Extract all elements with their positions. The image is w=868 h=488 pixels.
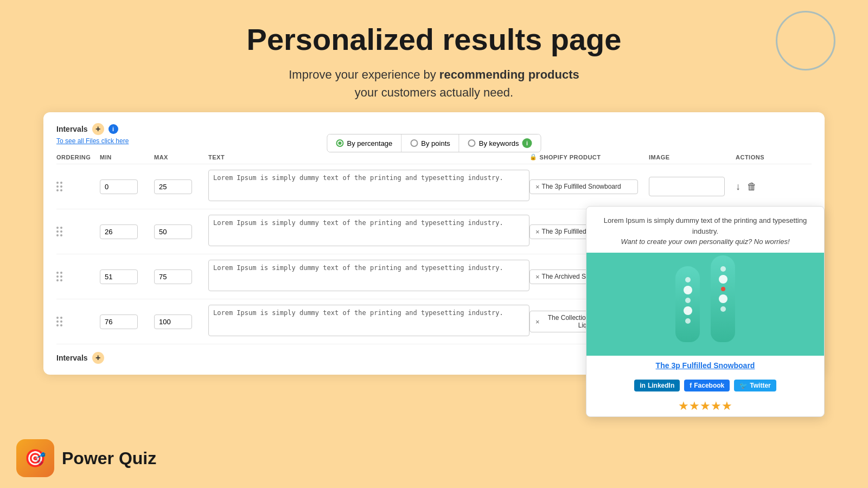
radio-dot-points xyxy=(410,139,418,147)
remove-product[interactable]: × xyxy=(535,318,540,326)
table-row: Lorem Ipsum is simply dummy text of the … xyxy=(56,164,812,209)
text-cell: Lorem Ipsum is simply dummy text of the … xyxy=(208,170,529,203)
radio-by-keywords[interactable]: By keywords i xyxy=(459,134,541,152)
max-cell xyxy=(154,224,208,239)
preview-text-line1: Lorem Ipsum is simply dummy text of the … xyxy=(604,216,807,235)
sb-dot-red xyxy=(721,287,725,291)
intervals-header: Intervals + i xyxy=(56,123,812,135)
lock-icon: 🔒 xyxy=(529,153,538,160)
max-input[interactable] xyxy=(154,224,192,239)
col-max: MAX xyxy=(154,153,208,160)
drag-handle[interactable] xyxy=(56,182,100,191)
text-input[interactable]: Lorem Ipsum is simply dummy text of the … xyxy=(208,215,529,246)
image-cell xyxy=(649,177,736,196)
min-cell xyxy=(100,179,154,194)
text-cell: Lorem Ipsum is simply dummy text of the … xyxy=(208,215,529,248)
add-interval-bottom-button[interactable]: + xyxy=(92,352,104,364)
sb-dot xyxy=(685,318,691,324)
product-cell: × The 3p Fulfilled Snowboard xyxy=(529,179,649,194)
min-input[interactable] xyxy=(100,179,138,194)
text-input[interactable]: Lorem Ipsum is simply dummy text of the … xyxy=(208,170,529,201)
product-name: The 3p Fulfilled Snowboard xyxy=(542,183,621,190)
radio-label-keywords: By keywords xyxy=(479,139,519,147)
logo-area: 🎯 Power Quiz xyxy=(16,439,156,477)
info-button[interactable]: i xyxy=(108,124,118,134)
deco-circle xyxy=(776,11,835,70)
max-input[interactable] xyxy=(154,179,192,194)
col-ordering: ORDERING xyxy=(56,153,100,160)
linkedin-button[interactable]: in LinkedIn xyxy=(634,380,680,391)
remove-product[interactable]: × xyxy=(535,228,540,236)
max-input[interactable] xyxy=(154,269,192,284)
text-input[interactable]: Lorem Ipsum is simply dummy text of the … xyxy=(208,305,529,336)
snowboard-dots-2 xyxy=(719,266,727,312)
max-cell xyxy=(154,314,208,329)
sb-dot xyxy=(720,306,726,312)
delete-button[interactable]: 🗑 xyxy=(747,181,757,192)
radio-dot-keywords xyxy=(468,139,476,147)
preview-text-line2: Want to create your own personality quiz… xyxy=(621,237,789,246)
max-cell xyxy=(154,269,208,284)
page-header: Personalized results page Improve your e… xyxy=(0,0,868,112)
twitter-icon: 🐦 xyxy=(739,382,748,389)
radio-by-percentage[interactable]: By percentage xyxy=(327,134,401,152)
bottom-intervals-label: Intervals xyxy=(56,354,88,362)
page-subtitle: Improve your experience by recommending … xyxy=(0,66,868,101)
product-tag[interactable]: × The 3p Fulfilled Snowboard xyxy=(529,179,638,194)
drag-handle[interactable] xyxy=(56,317,100,326)
preview-card: Lorem Ipsum is simply dummy text of the … xyxy=(586,206,825,417)
text-cell: Lorem Ipsum is simply dummy text of the … xyxy=(208,305,529,338)
text-input[interactable]: Lorem Ipsum is simply dummy text of the … xyxy=(208,260,529,291)
min-cell xyxy=(100,314,154,329)
radio-group: By percentage By points By keywords i xyxy=(327,134,541,152)
col-min: MIN xyxy=(100,153,154,160)
facebook-button[interactable]: f Facebook xyxy=(684,380,730,391)
image-input[interactable] xyxy=(649,177,725,196)
add-interval-button[interactable]: + xyxy=(92,123,104,135)
preview-image-area xyxy=(586,253,824,356)
text-cell: Lorem Ipsum is simply dummy text of the … xyxy=(208,260,529,293)
sb-dot xyxy=(685,298,691,303)
sb-dot xyxy=(720,266,726,272)
drag-handle[interactable] xyxy=(56,227,100,236)
drag-handle[interactable] xyxy=(56,272,100,281)
twitter-button[interactable]: 🐦 Twitter xyxy=(734,380,776,391)
logo-text: Power Quiz xyxy=(62,448,156,468)
sb-dot-large xyxy=(684,306,692,315)
min-cell xyxy=(100,224,154,239)
actions-cell: ↓ 🗑 xyxy=(736,181,812,192)
min-input[interactable] xyxy=(100,224,138,239)
max-input[interactable] xyxy=(154,314,192,329)
linkedin-icon: in xyxy=(640,382,646,389)
min-input[interactable] xyxy=(100,314,138,329)
sb-dot-large xyxy=(719,275,727,284)
radio-by-points[interactable]: By points xyxy=(401,134,459,152)
move-down-button[interactable]: ↓ xyxy=(736,181,741,192)
sb-dot-large xyxy=(719,294,727,303)
snowboard-2 xyxy=(711,255,735,342)
preview-text: Lorem Ipsum is simply dummy text of the … xyxy=(586,207,824,253)
sb-dot xyxy=(685,277,691,282)
radio-label-percentage: By percentage xyxy=(347,139,392,147)
preview-stars: ★★★★★ xyxy=(586,396,824,416)
page-title: Personalized results page xyxy=(0,22,868,57)
snowboard-1 xyxy=(675,266,700,342)
col-image: IMAGE xyxy=(649,153,736,160)
facebook-icon: f xyxy=(690,382,692,389)
sb-dot-large xyxy=(684,286,692,294)
remove-product[interactable]: × xyxy=(535,183,540,191)
radio-label-points: By points xyxy=(421,139,450,147)
logo-emoji: 🎯 xyxy=(24,448,46,468)
min-cell xyxy=(100,269,154,284)
logo-icon: 🎯 xyxy=(16,439,54,477)
keywords-info-button[interactable]: i xyxy=(522,138,532,148)
col-actions: ACTIONS xyxy=(736,153,812,160)
min-input[interactable] xyxy=(100,269,138,284)
radio-dot-percentage xyxy=(336,139,343,147)
col-text: TEXT xyxy=(208,153,529,160)
remove-product[interactable]: × xyxy=(535,273,540,281)
snowboard-dots-1 xyxy=(684,277,692,324)
preview-product-name[interactable]: The 3p Fulfilled Snowboard xyxy=(586,356,824,375)
snowboard-container xyxy=(675,266,735,342)
max-cell xyxy=(154,179,208,194)
